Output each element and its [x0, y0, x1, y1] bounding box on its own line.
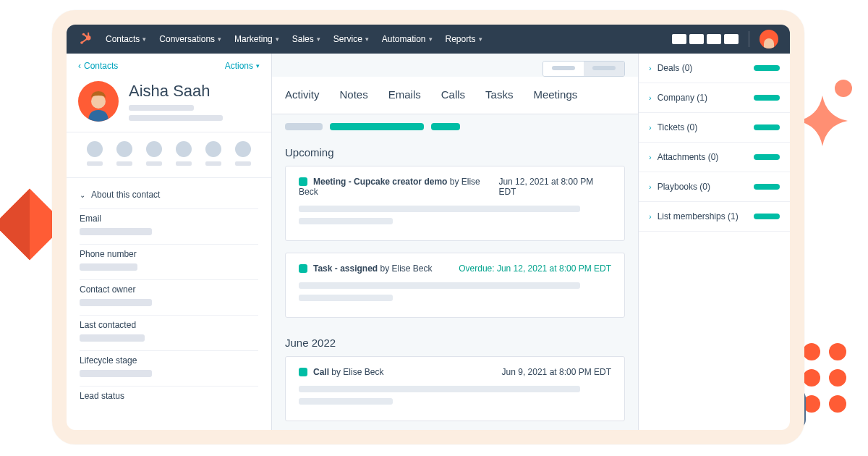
activity-type-icon	[299, 264, 307, 273]
activity-card-call[interactable]: Call by Elise Beck Jun 9, 2021 at 8:00 P…	[285, 356, 625, 421]
decorative-dot	[835, 80, 852, 97]
tab-emails[interactable]: Emails	[388, 88, 421, 108]
tab-meetings[interactable]: Meetings	[533, 88, 577, 108]
user-avatar[interactable]	[760, 30, 778, 48]
field-last-contacted[interactable]: Last contacted	[80, 315, 258, 350]
contact-sidebar: ‹ Contacts Actions ▾ Aisha Saah	[67, 54, 272, 430]
activity-type-icon	[299, 368, 307, 376]
assoc-tickets[interactable]: ›Tickets (0)	[649, 122, 697, 132]
svg-point-3	[91, 94, 106, 109]
assoc-playbooks[interactable]: ›Playbooks (0)	[649, 182, 710, 192]
actions-dropdown[interactable]: Actions ▾	[225, 61, 260, 71]
contact-subtitle-skeleton	[129, 105, 223, 121]
field-value-skeleton	[80, 299, 152, 306]
nav-label: Service	[333, 34, 362, 44]
app-window: Contacts▾ Conversations▾ Marketing▾ Sale…	[52, 10, 804, 444]
nav-label: Conversations	[159, 34, 215, 44]
contact-avatar[interactable]	[78, 81, 119, 122]
hubspot-logo-icon[interactable]	[78, 32, 93, 46]
chevron-down-icon: ⌄	[80, 191, 85, 199]
card-title: Meeting - Cupcake creator demo by Elise …	[299, 177, 498, 197]
field-label: Lead status	[80, 391, 258, 401]
view-toggle[interactable]	[542, 61, 625, 77]
card-body-skeleton	[299, 206, 611, 224]
chevron-right-icon: ›	[649, 93, 652, 102]
tab-activity[interactable]: Activity	[285, 88, 320, 108]
card-date-overdue: Overdue: Jun 12, 2021 at 8:00 PM EDT	[459, 263, 611, 274]
field-value-skeleton	[80, 370, 152, 377]
activity-card-meeting[interactable]: Meeting - Cupcake creator demo by Elise …	[285, 166, 625, 241]
nav-conversations[interactable]: Conversations▾	[159, 34, 221, 44]
assoc-action-skeleton	[754, 65, 780, 71]
divider	[749, 31, 749, 47]
activity-type-icon	[299, 177, 307, 186]
nav-service[interactable]: Service▾	[333, 34, 369, 44]
quick-action-button[interactable]	[87, 141, 103, 166]
section-upcoming: Upcoming	[272, 139, 638, 166]
decorative-sparkle	[797, 96, 848, 146]
section-june: June 2022	[272, 329, 638, 356]
quick-action-button[interactable]	[205, 141, 221, 166]
back-to-contacts-link[interactable]: ‹ Contacts	[78, 61, 118, 71]
chevron-right-icon: ›	[649, 212, 652, 221]
card-date: Jun 12, 2021 at 8:00 PM EDT	[498, 177, 611, 197]
chevron-down-icon: ▾	[142, 35, 146, 43]
card-body-skeleton	[299, 386, 611, 405]
assoc-attachments[interactable]: ›Attachments (0)	[649, 152, 718, 162]
field-lead-status[interactable]: Lead status	[80, 386, 258, 414]
nav-marketing[interactable]: Marketing▾	[234, 34, 279, 44]
assoc-action-skeleton	[754, 154, 780, 160]
nav-label: Automation	[382, 34, 426, 44]
assoc-action-skeleton	[754, 214, 780, 219]
quick-action-button[interactable]	[146, 141, 162, 166]
assoc-action-skeleton	[754, 124, 780, 130]
chevron-left-icon: ‹	[78, 61, 81, 71]
card-date: Jun 9, 2021 at 8:00 PM EDT	[502, 367, 611, 377]
field-label: Lifecycle stage	[80, 355, 258, 366]
svg-point-1	[80, 41, 83, 44]
activity-tabs: Activity Notes Emails Calls Tasks Meetin…	[272, 77, 638, 114]
about-section-toggle[interactable]: ⌄ About this contact	[80, 184, 258, 208]
chevron-down-icon: ▾	[317, 35, 320, 43]
chevron-down-icon: ▾	[365, 35, 369, 43]
tab-tasks[interactable]: Tasks	[485, 88, 513, 108]
field-lifecycle-stage[interactable]: Lifecycle stage	[80, 350, 258, 386]
quick-action-button[interactable]	[235, 141, 251, 166]
chevron-right-icon: ›	[649, 123, 652, 132]
chevron-down-icon: ▾	[218, 35, 221, 43]
top-nav: Contacts▾ Conversations▾ Marketing▾ Sale…	[67, 25, 790, 54]
chevron-down-icon: ▾	[429, 35, 433, 43]
nav-automation[interactable]: Automation▾	[382, 34, 433, 44]
card-body-skeleton	[299, 282, 611, 301]
field-phone[interactable]: Phone number	[80, 244, 258, 279]
tab-notes[interactable]: Notes	[340, 88, 368, 108]
tab-calls[interactable]: Calls	[441, 88, 465, 108]
quick-action-button[interactable]	[176, 141, 192, 166]
activity-card-task[interactable]: Task - assigned by Elise Beck Overdue: J…	[285, 253, 625, 318]
about-section-label: About this contact	[91, 190, 160, 200]
field-label: Last contacted	[80, 320, 258, 330]
assoc-deals[interactable]: ›Deals (0)	[649, 63, 692, 73]
assoc-company[interactable]: ›Company (1)	[649, 93, 707, 103]
field-value-skeleton	[80, 334, 145, 342]
activity-feed: Activity Notes Emails Calls Tasks Meetin…	[272, 54, 638, 430]
nav-reports[interactable]: Reports▾	[446, 34, 482, 44]
assoc-list-memberships[interactable]: ›List memberships (1)	[649, 211, 739, 221]
filter-pills[interactable]	[272, 114, 638, 139]
chevron-down-icon: ▾	[479, 35, 482, 43]
nav-contacts[interactable]: Contacts▾	[106, 34, 146, 44]
assoc-action-skeleton	[754, 95, 780, 101]
assoc-action-skeleton	[754, 184, 780, 190]
field-email[interactable]: Email	[80, 208, 258, 244]
field-contact-owner[interactable]: Contact owner	[80, 279, 258, 315]
nav-label: Reports	[446, 34, 476, 44]
contact-name: Aisha Saah	[129, 82, 223, 101]
field-value-skeleton	[80, 228, 152, 235]
back-label: Contacts	[84, 61, 118, 71]
nav-utility-buttons[interactable]	[672, 34, 739, 44]
nav-sales[interactable]: Sales▾	[292, 34, 320, 44]
nav-label: Sales	[292, 34, 314, 44]
chevron-right-icon: ›	[649, 182, 652, 191]
quick-action-button[interactable]	[116, 141, 132, 166]
field-label: Contact owner	[80, 284, 258, 295]
